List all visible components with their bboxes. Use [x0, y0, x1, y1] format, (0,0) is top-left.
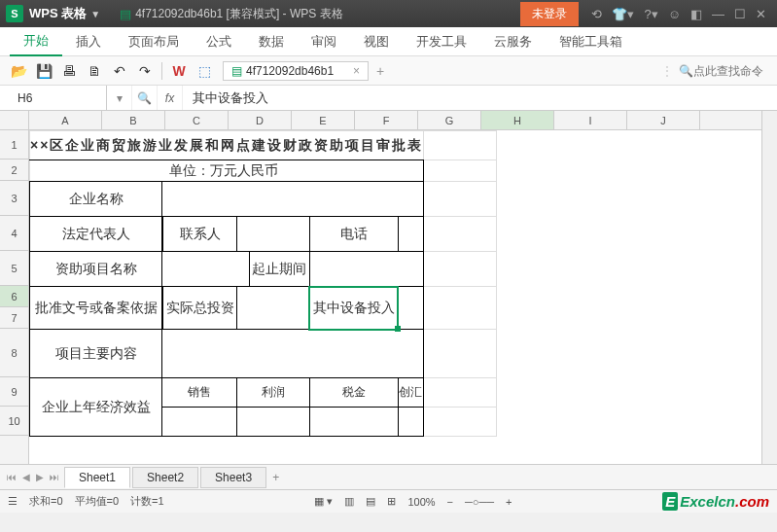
fx-icon[interactable]: fx	[158, 86, 183, 110]
search-input[interactable]	[693, 64, 771, 78]
maximize-icon[interactable]: ☐	[734, 7, 746, 21]
row-header-7[interactable]: 7	[0, 307, 28, 329]
cell-equipment-value[interactable]	[398, 287, 424, 330]
menu-data[interactable]: 数据	[245, 27, 298, 56]
select-all-corner[interactable]	[0, 111, 29, 130]
menu-dev[interactable]: 开发工具	[403, 27, 480, 56]
row-header-10[interactable]: 10	[0, 407, 28, 436]
formula-search-icon[interactable]: 🔍	[132, 86, 158, 110]
print-icon[interactable]: 🖶	[58, 60, 80, 82]
cells-grid[interactable]: ××区企业商贸旅游业发展和网点建设财政资助项目审批表 单位：万元人民币 企业名称…	[29, 130, 497, 437]
cell-tax-label[interactable]: 税金	[309, 378, 398, 408]
menu-view[interactable]: 视图	[350, 27, 403, 56]
cell-J10[interactable]	[424, 408, 497, 437]
sync-icon[interactable]: ⟲	[591, 7, 602, 21]
cell-forex-label[interactable]: 创汇	[398, 378, 424, 408]
app-menu-dropdown-icon[interactable]: ▼	[90, 9, 100, 19]
col-header-B[interactable]: B	[102, 111, 165, 129]
menu-pagelayout[interactable]: 页面布局	[115, 27, 193, 56]
open-icon[interactable]: 📂	[8, 60, 29, 82]
col-header-I[interactable]: I	[554, 111, 627, 129]
feedback-icon[interactable]: ☺	[668, 7, 681, 21]
cell-forex-value[interactable]	[398, 408, 424, 437]
col-header-G[interactable]: G	[418, 111, 481, 129]
cell-content-value[interactable]	[162, 330, 424, 378]
menu-smart[interactable]: 智能工具箱	[546, 27, 636, 56]
cell-J2[interactable]	[424, 160, 497, 182]
view-normal-icon[interactable]: ▥	[344, 495, 354, 508]
col-header-A[interactable]: A	[29, 111, 102, 129]
row-header-2[interactable]: 2	[0, 160, 28, 181]
close-icon[interactable]: ✕	[756, 7, 766, 21]
menu-start[interactable]: 开始	[10, 27, 62, 56]
col-header-J[interactable]: J	[627, 111, 700, 129]
cell-tax-value[interactable]	[309, 408, 398, 437]
cube-icon[interactable]: ⬚	[194, 60, 215, 82]
formula-dropdown-icon[interactable]: ▾	[107, 86, 132, 110]
save-icon[interactable]: 💾	[33, 60, 54, 82]
sheet-nav-prev-icon[interactable]: ◀	[22, 472, 30, 482]
cell-contact-label[interactable]: 联系人	[163, 217, 237, 252]
cell-invest-value[interactable]	[237, 287, 309, 330]
row-header-4[interactable]: 4	[0, 216, 28, 251]
cell-sales-value[interactable]	[162, 408, 237, 437]
row-header-1[interactable]: 1	[0, 130, 28, 160]
vertical-scrollbar[interactable]	[761, 111, 777, 464]
minimize-icon[interactable]: —	[712, 7, 724, 21]
view-break-icon[interactable]: ⊞	[387, 495, 396, 508]
row-header-6[interactable]: 6	[0, 286, 28, 307]
cell-contact-value[interactable]	[237, 217, 309, 252]
status-menu-icon[interactable]: ☰	[8, 495, 18, 508]
cell-approval-label[interactable]: 批准文号或备案依据	[30, 287, 162, 330]
undo-icon[interactable]: ↶	[109, 60, 130, 82]
menu-cloud[interactable]: 云服务	[480, 27, 546, 56]
cell-J5[interactable]	[424, 252, 497, 287]
cell-equipment-label[interactable]: 其中设备投入	[309, 287, 398, 330]
cell-J6[interactable]	[424, 287, 497, 330]
zoom-out-icon[interactable]: −	[447, 496, 453, 508]
cell-phone-value[interactable]	[398, 217, 424, 252]
menu-formula[interactable]: 公式	[193, 27, 245, 56]
cell-period-label[interactable]: 起止期间	[250, 252, 309, 287]
cell-company-name-value[interactable]	[162, 182, 424, 217]
add-sheet-icon[interactable]: +	[272, 471, 279, 484]
cell-period-value[interactable]	[309, 252, 424, 287]
menu-insert[interactable]: 插入	[62, 27, 115, 56]
menu-review[interactable]: 审阅	[298, 27, 350, 56]
view-page-icon[interactable]: ▤	[366, 495, 375, 508]
cell-project-name-value[interactable]	[162, 252, 250, 287]
cell-company-name-label[interactable]: 企业名称	[30, 182, 162, 217]
cell-content-label[interactable]: 项目主要内容	[30, 330, 162, 378]
cell-project-name-label[interactable]: 资助项目名称	[30, 252, 162, 287]
col-header-C[interactable]: C	[165, 111, 229, 129]
cell-J3[interactable]	[424, 182, 497, 217]
row-header-8[interactable]: 8	[0, 329, 28, 377]
cell-J8[interactable]	[424, 330, 497, 378]
document-tab[interactable]: ▤ 4f712092db46b1 ×	[223, 61, 369, 81]
command-search[interactable]: ⋮ 🔍	[661, 64, 771, 78]
new-tab-icon[interactable]: +	[376, 63, 384, 79]
zoom-slider[interactable]: ─○──	[465, 496, 494, 508]
status-grid-icon[interactable]: ▦ ▾	[314, 495, 333, 508]
col-header-F[interactable]: F	[355, 111, 418, 129]
cell-invest-label[interactable]: 实际总投资	[163, 287, 237, 330]
cell-J1[interactable]	[424, 131, 497, 160]
row-header-9[interactable]: 9	[0, 377, 28, 407]
cell-title[interactable]: ××区企业商贸旅游业发展和网点建设财政资助项目审批表	[30, 131, 424, 160]
help-icon[interactable]: ?▾	[644, 7, 657, 21]
sheet-tab-1[interactable]: Sheet1	[64, 467, 130, 488]
sheet-nav-next-icon[interactable]: ▶	[36, 472, 44, 482]
sheet-nav-last-icon[interactable]: ⏭	[50, 472, 59, 482]
cell-unit[interactable]: 单位：万元人民币	[30, 160, 424, 182]
wps-w-icon[interactable]: W	[168, 60, 190, 82]
doc-tab-close-icon[interactable]: ×	[353, 64, 360, 78]
sheet-tab-3[interactable]: Sheet3	[200, 467, 266, 488]
sheet-nav-first-icon[interactable]: ⏮	[7, 472, 17, 482]
formula-value[interactable]: 其中设备投入	[183, 89, 777, 107]
cell-reference[interactable]: H6	[0, 86, 107, 110]
row-header-3[interactable]: 3	[0, 181, 28, 216]
whatsnew-icon[interactable]: ◧	[690, 7, 702, 21]
preview-icon[interactable]: 🗎	[84, 60, 105, 82]
login-button[interactable]: 未登录	[520, 2, 579, 26]
sheet-tab-2[interactable]: Sheet2	[132, 467, 198, 488]
